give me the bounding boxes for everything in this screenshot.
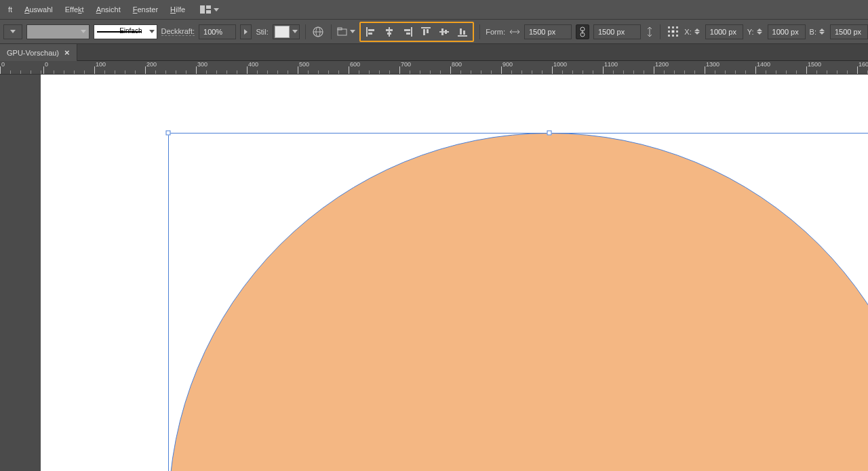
x-input[interactable]: 1000 px: [705, 24, 743, 39]
opacity-input[interactable]: 100%: [199, 24, 236, 39]
opacity-label: Deckkraft:: [161, 27, 195, 36]
svg-rect-22: [445, 30, 447, 34]
svg-rect-24: [460, 28, 462, 35]
align-center-v-button[interactable]: [437, 24, 452, 39]
folder-options-button[interactable]: [337, 24, 355, 39]
tab-title: GPU-Vorschau): [7, 49, 59, 57]
svg-rect-37: [668, 35, 670, 37]
y-input[interactable]: 1000 px: [768, 24, 806, 39]
document-tab[interactable]: GPU-Vorschau) ×: [0, 44, 77, 61]
globe-icon: [312, 26, 324, 38]
svg-rect-19: [427, 29, 429, 33]
form-width-input[interactable]: 1500 px: [524, 24, 572, 39]
canvas[interactable]: [41, 75, 868, 471]
chevron-down-icon: [149, 30, 155, 33]
link-dimensions-button[interactable]: [576, 24, 589, 39]
align-left-icon: [366, 26, 376, 37]
svg-rect-15: [404, 29, 410, 31]
align-center-h-button[interactable]: [382, 24, 397, 39]
ellipse-shape[interactable]: [168, 133, 868, 471]
align-right-button[interactable]: [400, 24, 415, 39]
b-dimension: B: 1500 px: [810, 24, 868, 39]
x-spinner[interactable]: [694, 26, 703, 38]
align-right-icon: [402, 26, 413, 37]
horizontal-ruler[interactable]: 0010020030040050060070080090010001100120…: [0, 61, 868, 75]
y-coordinate: Y: 1000 px: [747, 24, 806, 39]
svg-rect-25: [463, 30, 465, 35]
style-dropdown[interactable]: [273, 24, 300, 39]
stroke-style-label: Einfach: [119, 27, 142, 35]
x-label: X:: [684, 28, 691, 36]
menu-bar: ft Auswahl Effekt Ansicht Fenster Hilfe: [0, 0, 868, 19]
chevron-down-icon: [214, 8, 219, 12]
opacity-flyout-button[interactable]: [240, 24, 252, 39]
form-height-input[interactable]: 1500 px: [593, 24, 641, 39]
svg-rect-34: [668, 30, 670, 33]
svg-rect-35: [672, 30, 674, 33]
workspace-icon: [200, 5, 211, 14]
svg-rect-38: [672, 35, 674, 37]
stroke-style-dropdown[interactable]: Einfach: [94, 24, 157, 39]
tool-preset-dropdown[interactable]: [3, 24, 22, 39]
globe-icon-button[interactable]: [311, 24, 326, 39]
align-center-v-icon: [439, 26, 450, 37]
x-coordinate: X: 1000 px: [684, 24, 743, 39]
align-tools-highlight: [359, 22, 474, 42]
menu-item-fenster[interactable]: Fenster: [127, 3, 163, 16]
workspace-switcher[interactable]: [200, 5, 219, 14]
work-area: 0010020030040050060070080090010001100120…: [0, 61, 868, 471]
separator: [331, 24, 332, 39]
y-spinner[interactable]: [757, 26, 765, 38]
svg-rect-9: [368, 29, 374, 31]
separator: [660, 24, 660, 39]
align-bottom-button[interactable]: [455, 24, 470, 39]
selection-handle[interactable]: [166, 131, 171, 136]
link-icon: [579, 26, 586, 37]
svg-rect-33: [676, 26, 678, 28]
align-center-h-icon: [384, 26, 395, 37]
chevron-down-icon: [350, 30, 355, 33]
svg-rect-36: [676, 30, 678, 33]
svg-rect-21: [441, 28, 443, 35]
pasteboard: [0, 75, 41, 471]
align-left-button[interactable]: [363, 24, 378, 39]
svg-rect-0: [200, 5, 205, 14]
selection-handle[interactable]: [547, 131, 552, 136]
menu-item-ansicht[interactable]: Ansicht: [91, 3, 126, 16]
svg-rect-10: [368, 33, 372, 35]
menu-item-hilfe[interactable]: Hilfe: [165, 3, 191, 16]
align-top-icon: [420, 26, 431, 37]
chevron-down-icon: [292, 30, 298, 33]
stroke-preview: Einfach: [94, 26, 144, 37]
svg-rect-1: [206, 5, 211, 9]
b-spinner[interactable]: [819, 26, 827, 38]
separator: [305, 24, 306, 39]
menu-item-auswahl[interactable]: Auswahl: [19, 3, 58, 16]
svg-rect-32: [672, 26, 674, 28]
svg-rect-39: [676, 35, 678, 37]
options-bar: Einfach Deckkraft: 100% Stil:: [0, 19, 868, 43]
b-label: B:: [810, 28, 816, 36]
separator: [479, 24, 480, 39]
reference-point-selector[interactable]: [666, 24, 680, 39]
form-label: Form:: [486, 28, 505, 36]
svg-rect-13: [387, 33, 391, 35]
height-icon: [645, 24, 654, 39]
b-input[interactable]: 1500 px: [830, 24, 868, 39]
shape-fill-dropdown[interactable]: [26, 24, 90, 39]
arrow-right-icon: [244, 29, 248, 35]
align-top-button[interactable]: [418, 24, 433, 39]
tab-close-button[interactable]: ×: [64, 48, 70, 57]
folder-icon: [337, 27, 349, 37]
style-label: Stil:: [256, 28, 268, 36]
svg-rect-2: [206, 10, 211, 14]
form-dimensions: Form: 1500 px 1500 px: [486, 24, 654, 39]
style-swatch: [275, 26, 290, 38]
align-bottom-icon: [457, 26, 468, 37]
menu-item-0[interactable]: ft: [3, 3, 18, 16]
menu-item-effekt[interactable]: Effekt: [60, 3, 90, 16]
chevron-down-icon: [10, 30, 16, 33]
document-tab-bar: GPU-Vorschau) ×: [0, 43, 868, 61]
y-label: Y:: [747, 28, 754, 36]
svg-rect-16: [406, 33, 410, 35]
